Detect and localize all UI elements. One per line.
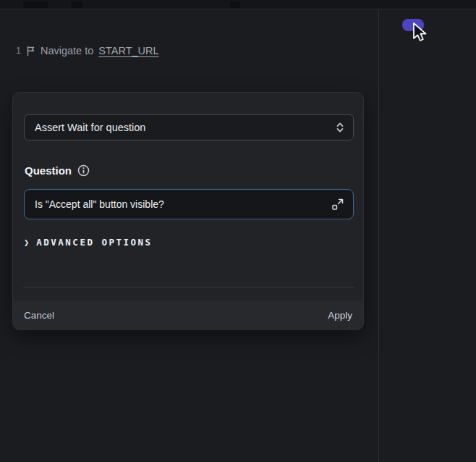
step-editor-pane: 1 Navigate to START_URL Assert Wait for …: [0, 10, 378, 462]
info-icon[interactable]: [77, 164, 90, 177]
chevron-up-down-icon: [336, 122, 344, 133]
step-number: 1: [16, 46, 21, 56]
chevron-right-icon: ❯: [24, 238, 29, 248]
topbar-fragment: [230, 1, 240, 8]
flag-icon: [26, 46, 35, 56]
action-type-value: Assert Wait for question: [35, 122, 145, 133]
step-row: 1 Navigate to START_URL: [16, 45, 159, 56]
question-label: Question: [25, 164, 72, 177]
preview-pane: WI by SU F S ★: [379, 10, 476, 462]
mouse-cursor-icon: [411, 22, 430, 46]
divider: [23, 287, 354, 287]
step-config-dialog: Assert Wait for question Question Is "Ac…: [12, 92, 364, 330]
advanced-options-label: ADVANCED OPTIONS: [36, 237, 152, 248]
dialog-footer: Cancel Apply: [13, 301, 363, 330]
top-bar: [0, 0, 476, 9]
topbar-fragment: [71, 1, 82, 8]
topbar-fragment: [23, 1, 48, 8]
question-input-value: Is "Accept all" button visible?: [35, 198, 164, 210]
question-label-row: Question: [25, 164, 90, 177]
start-url-link[interactable]: START_URL: [98, 45, 158, 56]
advanced-options-toggle[interactable]: ❯ ADVANCED OPTIONS: [24, 237, 153, 248]
action-type-select[interactable]: Assert Wait for question: [24, 114, 354, 140]
question-input[interactable]: Is "Accept all" button visible?: [24, 189, 354, 219]
expand-icon[interactable]: [331, 198, 344, 211]
step-action-label: Navigate to: [41, 45, 93, 56]
apply-button[interactable]: Apply: [328, 310, 352, 321]
cancel-button[interactable]: Cancel: [24, 310, 54, 321]
